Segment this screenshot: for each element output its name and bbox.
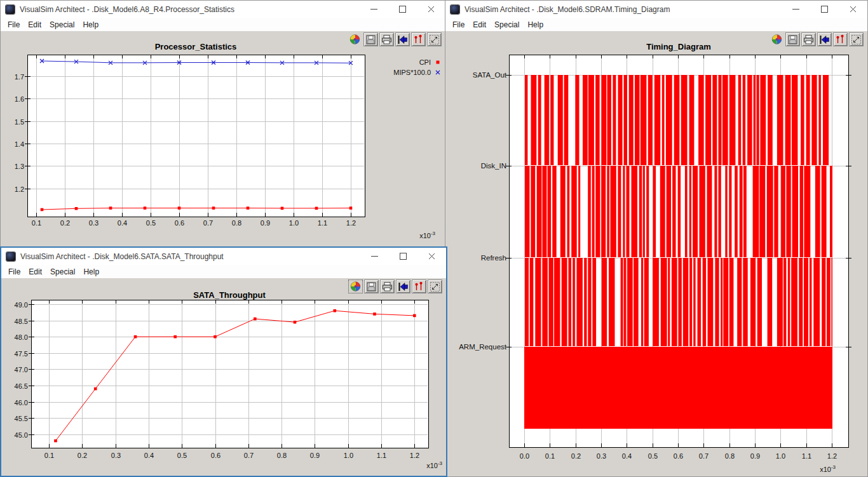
resize-button[interactable] — [427, 32, 442, 46]
save-icon — [365, 281, 377, 293]
print-button[interactable] — [379, 32, 394, 46]
menu-file[interactable]: File — [4, 19, 23, 30]
visualsim-app-icon — [6, 5, 15, 14]
plot-format-icon — [834, 34, 846, 46]
window-controls — [360, 1, 445, 18]
minimize-icon — [370, 9, 377, 10]
close-icon — [850, 6, 857, 13]
window-title: VisualSim Architect - .Disk_Model6.A8_R4… — [20, 5, 234, 14]
visualsim-app-icon — [451, 5, 459, 14]
menu-special[interactable]: Special — [491, 19, 522, 30]
resize-icon — [429, 281, 441, 293]
fit-view-button[interactable] — [396, 279, 410, 293]
close-button[interactable] — [417, 248, 446, 265]
printer-icon — [381, 281, 393, 293]
fit-view-icon — [397, 34, 409, 46]
palette-icon — [771, 34, 783, 46]
menu-edit[interactable]: Edit — [470, 19, 489, 30]
maximize-button[interactable] — [388, 1, 417, 18]
maximize-button[interactable] — [810, 1, 839, 18]
menu-edit[interactable]: Edit — [25, 19, 44, 30]
close-button[interactable] — [839, 1, 867, 18]
menu-special[interactable]: Special — [46, 19, 78, 30]
fit-view-button[interactable] — [817, 32, 832, 46]
save-button[interactable] — [364, 279, 379, 293]
menu-edit[interactable]: Edit — [25, 266, 45, 278]
window-controls — [360, 248, 446, 265]
resize-button[interactable] — [849, 32, 864, 46]
save-icon — [365, 34, 377, 46]
titlebar[interactable]: VisualSim Architect - .Disk_Model6.SATA.… — [1, 248, 446, 265]
plot-toolbar — [348, 279, 442, 293]
print-button[interactable] — [380, 279, 395, 293]
palette-icon — [349, 34, 361, 46]
maximize-icon — [400, 253, 407, 260]
palette-button[interactable] — [348, 32, 362, 46]
plot-toolbar — [348, 32, 442, 46]
window-timing-diagram: VisualSim Architect - .Disk_Model6.SDRAM… — [445, 0, 868, 477]
plot-format-button[interactable] — [833, 32, 848, 46]
menu-help[interactable]: Help — [79, 19, 102, 30]
window-sata-throughput: VisualSim Architect - .Disk_Model6.SATA.… — [0, 246, 447, 477]
minimize-button[interactable] — [360, 1, 388, 18]
maximize-button[interactable] — [389, 248, 417, 265]
minimize-button[interactable] — [360, 248, 389, 265]
plot-title: Processor_Statistics — [155, 42, 237, 51]
plot-panel — [1, 278, 446, 476]
titlebar[interactable]: VisualSim Architect - .Disk_Model6.A8_R4… — [1, 1, 445, 18]
window-processor-statistics: VisualSim Architect - .Disk_Model6.A8_R4… — [0, 0, 446, 249]
save-button[interactable] — [785, 32, 800, 46]
resize-button[interactable] — [428, 279, 442, 293]
fit-view-button[interactable] — [395, 32, 410, 46]
save-icon — [787, 34, 799, 46]
window-controls — [782, 1, 867, 18]
palette-button[interactable] — [770, 32, 784, 46]
menu-help[interactable]: Help — [80, 266, 102, 278]
maximize-icon — [399, 6, 406, 13]
minimize-button[interactable] — [782, 1, 810, 18]
plot-title: SATA_Throughput — [193, 290, 266, 300]
window-title: VisualSim Architect - .Disk_Model6.SATA.… — [20, 252, 224, 261]
plot-format-icon — [413, 281, 425, 293]
palette-icon — [349, 281, 362, 293]
window-title: VisualSim Architect - .Disk_Model6.SDRAM… — [465, 5, 670, 14]
titlebar[interactable]: VisualSim Architect - .Disk_Model6.SDRAM… — [445, 1, 867, 18]
plot-format-icon — [412, 34, 424, 46]
menubar: File Edit Special Help — [1, 265, 446, 278]
maximize-icon — [821, 6, 828, 13]
print-button[interactable] — [801, 32, 816, 46]
menu-help[interactable]: Help — [524, 19, 546, 30]
printer-icon — [803, 34, 815, 46]
visualsim-app-icon — [6, 252, 15, 261]
close-icon — [428, 6, 435, 13]
resize-icon — [850, 34, 862, 46]
menu-file[interactable]: File — [449, 19, 468, 30]
save-button[interactable] — [363, 32, 378, 46]
menubar: File Edit Special Help — [445, 18, 867, 31]
printer-icon — [381, 34, 393, 46]
close-button[interactable] — [417, 1, 445, 18]
fit-view-icon — [818, 34, 831, 46]
menu-special[interactable]: Special — [47, 266, 78, 278]
menubar: File Edit Special Help — [1, 18, 445, 31]
minimize-icon — [792, 9, 799, 10]
plot-panel — [445, 31, 867, 476]
minimize-icon — [371, 256, 378, 257]
resize-icon — [428, 34, 440, 46]
plot-toolbar — [770, 32, 864, 46]
plot-title: Timing_Diagram — [646, 42, 711, 51]
desktop: VisualSim Architect - .Disk_Model6.A8_R4… — [0, 0, 868, 477]
close-icon — [428, 253, 435, 260]
plot-format-button[interactable] — [412, 279, 426, 293]
plot-format-button[interactable] — [411, 32, 426, 46]
palette-button[interactable] — [348, 279, 363, 293]
plot-panel — [1, 31, 445, 248]
fit-view-icon — [397, 281, 409, 293]
menu-file[interactable]: File — [5, 266, 24, 278]
